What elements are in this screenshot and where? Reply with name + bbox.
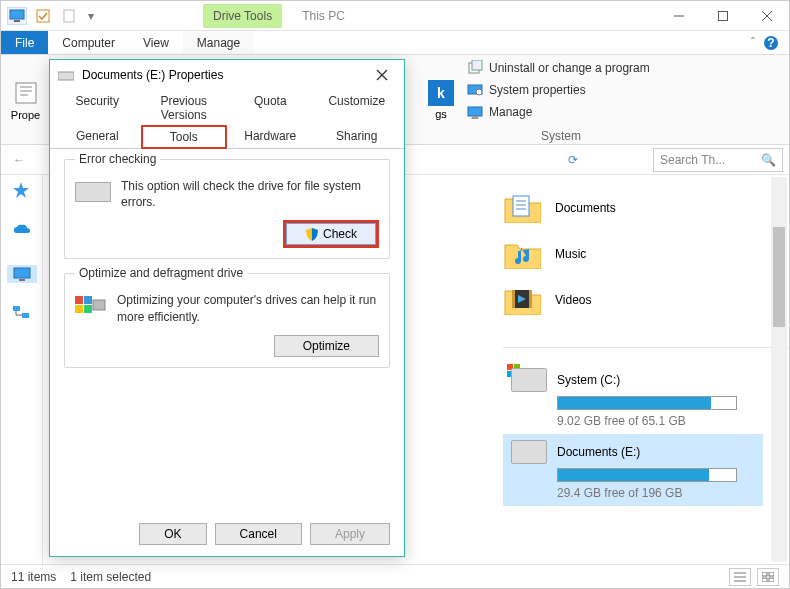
- folder-item-videos[interactable]: Videos: [463, 277, 789, 323]
- refresh-icon[interactable]: ⟳: [568, 153, 578, 167]
- ribbon-item-system-properties[interactable]: System properties: [467, 81, 655, 99]
- back-button[interactable]: ←: [7, 148, 31, 172]
- quick-access-icon[interactable]: [12, 181, 32, 201]
- ribbon-group-network-partial: k gs: [421, 55, 461, 144]
- svg-rect-1: [14, 20, 20, 22]
- tab-security[interactable]: Security: [54, 90, 141, 126]
- dialog-tab-strip: Security Previous Versions Quota Customi…: [50, 90, 404, 149]
- svg-rect-17: [19, 279, 25, 281]
- drive-usage-bar: [557, 468, 737, 482]
- ribbon-item-label: Manage: [489, 105, 532, 119]
- ribbon-group-properties[interactable]: Prope: [1, 55, 51, 144]
- ribbon-item-manage[interactable]: Manage: [467, 103, 655, 121]
- network-icon[interactable]: k: [428, 80, 454, 106]
- defrag-icon: [75, 292, 107, 320]
- manage-icon: [467, 104, 483, 120]
- tab-quota[interactable]: Quota: [227, 90, 314, 126]
- music-folder-icon: [503, 239, 541, 269]
- ribbon-tab-strip: File Computer View Manage ˆ ?: [1, 31, 789, 55]
- svg-rect-36: [762, 578, 767, 582]
- svg-rect-45: [93, 300, 105, 310]
- checkbox-qat-icon[interactable]: [33, 7, 53, 25]
- drive-free-text: 9.02 GB free of 65.1 GB: [557, 414, 755, 428]
- tab-sharing[interactable]: Sharing: [314, 125, 401, 149]
- ribbon-tab-computer[interactable]: Computer: [48, 31, 129, 54]
- svg-rect-26: [529, 290, 532, 308]
- document-qat-icon[interactable]: [59, 7, 79, 25]
- tab-general[interactable]: General: [54, 125, 141, 149]
- group-optimize: Optimize and defragment drive Optimizing…: [64, 273, 390, 367]
- svg-rect-0: [10, 10, 24, 19]
- svg-rect-10: [16, 83, 36, 103]
- properties-icon: [12, 79, 40, 107]
- tab-hardware[interactable]: Hardware: [227, 125, 314, 149]
- ribbon-item-uninstall[interactable]: Uninstall or change a program: [467, 59, 655, 77]
- svg-text:?: ?: [767, 36, 774, 50]
- svg-rect-5: [719, 11, 728, 20]
- this-pc-nav-icon[interactable]: [7, 265, 37, 283]
- shield-icon: [305, 227, 319, 241]
- close-button[interactable]: [745, 1, 789, 31]
- svg-rect-25: [512, 290, 515, 308]
- folder-item-music[interactable]: Music: [463, 231, 789, 277]
- minimize-button[interactable]: [657, 1, 701, 31]
- vertical-scrollbar[interactable]: [771, 177, 787, 562]
- folder-label: Documents: [555, 201, 616, 215]
- network-nav-icon[interactable]: [12, 305, 32, 325]
- group-title: Error checking: [75, 152, 160, 166]
- this-pc-icon[interactable]: [7, 7, 27, 25]
- ribbon-collapse-icon[interactable]: ˆ: [751, 36, 755, 50]
- svg-rect-15: [468, 107, 482, 116]
- svg-rect-12: [472, 60, 482, 70]
- folder-item-documents[interactable]: Documents: [463, 185, 789, 231]
- uninstall-icon: [467, 60, 483, 76]
- svg-rect-19: [22, 313, 29, 318]
- drives-section: System (C:) 9.02 GB free of 65.1 GB Docu…: [503, 347, 789, 506]
- drive-usage-bar: [557, 396, 737, 410]
- optimize-text: Optimizing your computer's drives can he…: [117, 292, 379, 324]
- tab-customize[interactable]: Customize: [314, 90, 401, 126]
- status-item-count: 11 items: [11, 570, 56, 584]
- ribbon-tab-view[interactable]: View: [129, 31, 183, 54]
- ok-button[interactable]: OK: [139, 523, 206, 545]
- drive-item-documents-e[interactable]: Documents (E:) 29.4 GB free of 196 GB: [503, 434, 763, 506]
- svg-point-14: [476, 89, 482, 95]
- tab-previous-versions[interactable]: Previous Versions: [141, 90, 228, 126]
- ribbon-tab-manage[interactable]: Manage: [183, 31, 254, 54]
- svg-rect-35: [769, 572, 774, 576]
- folder-label: Videos: [555, 293, 591, 307]
- properties-dialog: Documents (E:) Properties Security Previ…: [49, 59, 405, 557]
- scrollbar-thumb[interactable]: [773, 227, 785, 327]
- tab-tools[interactable]: Tools: [141, 125, 228, 149]
- drive-icon: [75, 182, 111, 202]
- properties-label: Prope: [11, 109, 40, 121]
- maximize-button[interactable]: [701, 1, 745, 31]
- view-large-icons-button[interactable]: [757, 568, 779, 586]
- qat-dropdown-icon[interactable]: ▾: [85, 7, 97, 25]
- view-details-button[interactable]: [729, 568, 751, 586]
- folder-label: Music: [555, 247, 586, 261]
- documents-folder-icon: [503, 193, 541, 223]
- window-titlebar: ▾ Drive Tools This PC: [1, 1, 789, 31]
- drive-item-system-c[interactable]: System (C:) 9.02 GB free of 65.1 GB: [503, 362, 763, 434]
- apply-button[interactable]: Apply: [310, 523, 390, 545]
- optimize-button[interactable]: Optimize: [274, 335, 379, 357]
- check-button[interactable]: Check: [283, 220, 379, 248]
- drive-icon: [58, 69, 74, 81]
- videos-folder-icon: [503, 285, 541, 315]
- status-bar: 11 items 1 item selected: [1, 564, 789, 588]
- svg-rect-37: [769, 578, 774, 582]
- dialog-close-button[interactable]: [368, 64, 396, 86]
- search-icon: 🔍: [761, 153, 776, 167]
- context-tab-drive-tools[interactable]: Drive Tools: [203, 4, 282, 28]
- navigation-pane: [1, 175, 43, 566]
- search-box[interactable]: Search Th... 🔍: [653, 148, 783, 172]
- dialog-titlebar[interactable]: Documents (E:) Properties: [50, 60, 404, 90]
- group-title: Optimize and defragment drive: [75, 266, 247, 280]
- svg-rect-34: [762, 572, 767, 576]
- cancel-button[interactable]: Cancel: [215, 523, 302, 545]
- ribbon-tab-file[interactable]: File: [1, 31, 48, 54]
- onedrive-icon[interactable]: [12, 223, 32, 243]
- help-icon[interactable]: ?: [763, 35, 779, 51]
- svg-rect-2: [37, 10, 49, 22]
